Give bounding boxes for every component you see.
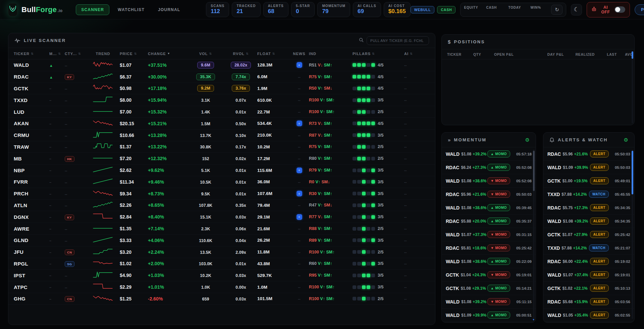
chevrons-icon: » (448, 137, 450, 143)
alert-row-wald[interactable]: WALD$1.07+37.4%ALERT05:19:01 (543, 268, 634, 282)
refresh-button[interactable]: ↻ (551, 5, 562, 15)
alert-row-gctk[interactable]: GCTK$1.00+19.5%ALERT05:49:01 (543, 174, 634, 188)
nav-tab-journal[interactable]: JOURNAL (153, 5, 185, 15)
table-row-traw[interactable]: TRAW–--$1.37+13.22%30.8K0.17x10.2M--R75 … (8, 141, 435, 153)
premarket-button[interactable]: PREMARKET (635, 4, 644, 15)
momentum-row-wald[interactable]: WALD$1.08+38.6%▲ MOMO05:39:45 (442, 201, 536, 215)
table-row-rpgl[interactable]: RPGL–SG$1.02+2.00%103.0K0.01x43.8M--R60 … (8, 258, 435, 270)
positions-column-avg[interactable]: AVG (617, 52, 633, 56)
ai-toggle-switch[interactable] (614, 6, 625, 13)
alert-row-rdac[interactable]: RDAC$5.75+17.3%ALERT05:34:35 (543, 201, 634, 215)
momentum-row-wald[interactable]: WALD$1.07+37.3%▼ MOMO05:31:15 (442, 228, 536, 241)
account-field-equity: EQUITY (464, 6, 481, 13)
momentum-row-wald[interactable]: WALD$1.08+39.2%▲ MOMO05:57:18 (442, 147, 536, 161)
momentum-row-rdac[interactable]: RDAC$5.81+18.6%▼ MOMO05:25:42 (442, 241, 536, 255)
column-header-cty[interactable]: CTY...⇅ (65, 52, 86, 56)
stat-label: AI CALLS (358, 4, 376, 8)
table-row-nbp[interactable]: NBP–--$2.62+9.62%5.1K0.01x115.6M≡R79 V↑ … (8, 164, 435, 176)
column-label: FLOAT (257, 52, 271, 56)
theme-toggle-button[interactable]: ☾ (571, 4, 582, 15)
alert-row-gctk[interactable]: GCTK$1.07+27.9%ALERT05:25:42 (543, 228, 634, 241)
alert-row-gctk[interactable]: GCTK$1.02+22.1%ALERT05:10:13 (543, 282, 634, 295)
alert-row-rdac[interactable]: RDAC$6.00+22.4%ALERT05:19:02 (543, 255, 634, 268)
column-header-ai[interactable]: AI⇅ (404, 52, 418, 56)
table-row-gctk[interactable]: GCTK–--$0.98+17.18%9.2M3.76x1.9M--R50 V↑… (8, 83, 435, 95)
indicators-cell: R95 V↑ SM↑ (309, 273, 353, 278)
column-header-rvol[interactable]: RVOL⇅ (224, 52, 257, 56)
price-value: $10.66 (120, 133, 148, 138)
alert-row-wald[interactable]: WALD$1.09+39.9%ALERT05:50:03 (543, 161, 634, 174)
rvol-value: 7.74x (232, 74, 250, 80)
alerts-scrollbar[interactable] (632, 149, 633, 319)
momentum-row-rdac[interactable]: RDAC$5.96+21.6%▼ MOMO05:50:03 (442, 188, 536, 201)
momentum-scrollbar[interactable] (533, 149, 535, 319)
column-header-vol[interactable]: VOL⇅ (187, 52, 224, 56)
momentum-row-wald[interactable]: WALD$1.08+38.6%▲ MOMO05:22:09 (442, 255, 536, 268)
column-header-change[interactable]: CHANGE▼ (148, 52, 187, 56)
news-icon[interactable]: ≡ (297, 214, 302, 220)
momentum-row-rdac[interactable]: RDAC$5.88+20.0%▲ MOMO05:35:37 (442, 215, 536, 228)
positions-column-qty[interactable]: QTY (473, 52, 494, 56)
alert-row-rdac[interactable]: RDAC$5.96+21.6%ALERT05:50:03 (543, 147, 634, 161)
column-header-ticker[interactable]: TICKER⇅ (14, 52, 49, 56)
news-cell: -- (289, 285, 309, 289)
table-row-ipst[interactable]: IPST–--$4.90+1.03%10.2K0.03x529.7K--R95 … (8, 270, 435, 281)
table-row-rdac[interactable]: RDAC▲KY$6.37+30.00%35.3K7.74x6.0M--R75 V… (8, 71, 435, 83)
table-row-awre[interactable]: AWRE–--$1.35+7.14%2.3K0.06x21.6M--R88 V↑… (8, 223, 435, 235)
column-header-price[interactable]: PRICE⇅ (120, 52, 148, 56)
momentum-row-wald[interactable]: WALD$1.09+39.9%▲ MOMO05:00:51 (442, 309, 536, 322)
positions-column-day-p-l[interactable]: DAY P&L (533, 52, 564, 56)
pillars-score: 3/5 (378, 273, 383, 278)
momentum-row-gctk[interactable]: GCTK$1.04+24.3%▼ MOMO05:19:01 (442, 268, 536, 282)
alert-row-rdac[interactable]: RDAC$5.68+15.9%ALERT05:03:56 (543, 295, 634, 309)
smart-money-indicator: SM↓ (324, 203, 332, 207)
table-row-atln[interactable]: ATLN–--$2.26+8.65%107.8K0.35x79.4M--R47 … (8, 200, 435, 211)
table-row-lud[interactable]: LUD–--$7.00+15.32%1.4K0.01x22.7M--R100 V… (8, 106, 435, 118)
table-row-wald[interactable]: WALD▲--$1.07+37.51%9.6M28.02x128.3M≡R51 … (8, 59, 435, 71)
empty-dash: -- (298, 250, 300, 254)
table-row-prch[interactable]: PRCH–--$9.34+8.73%9.5K0.01x107.6M≡R30 V↑… (8, 188, 435, 200)
momentum-row-gctk[interactable]: GCTK$1.08+29.1%▲ MOMO05:14:21 (442, 282, 536, 295)
news-icon[interactable]: ≡ (297, 121, 302, 126)
alert-row-txxd[interactable]: TXXD$7.88+14.2%WATCH05:21:07 (543, 241, 634, 255)
table-row-atpc[interactable]: ATPC–--$2.29+1.01%1.0K0.00x1.0M--R100 V↑… (8, 281, 435, 293)
volume-value: 35.3K (196, 74, 215, 80)
alert-row-wald[interactable]: WALD$1.08+39.2%ALERT05:34:35 (543, 215, 634, 228)
momentum-row-rdac[interactable]: RDAC$6.24+27.3%▲ MOMO05:52:08 (442, 161, 536, 174)
alert-row-wald[interactable]: WALD$1.05+35.4%ALERT05:02:55 (543, 309, 634, 322)
ticker-search-input[interactable] (367, 36, 429, 45)
table-row-jfu[interactable]: JFU–CN$3.20+2.24%13.5K2.09x11.8M--R100 V… (8, 246, 435, 258)
table-row-fvrr[interactable]: FVRR–--$11.34+9.46%10.5K0.01x36.0M--R0 V… (8, 176, 435, 188)
column-header-pillars[interactable]: PILLARS⇅ (353, 52, 404, 56)
indicators-cell: R100 V↑ SM↑ (309, 98, 353, 102)
table-row-akan[interactable]: AKAN–--$20.15+15.21%1.5M0.50x534.4K≡R73 … (8, 118, 435, 130)
change-percent: +37.51% (148, 62, 187, 68)
positions-column-last[interactable]: LAST (595, 52, 617, 56)
news-icon[interactable]: ≡ (297, 62, 302, 68)
column-header-m[interactable]: M...⇅ (49, 52, 65, 56)
positions-column-open-p-l[interactable]: OPEN P&L (494, 52, 533, 56)
nav-tab-scanner[interactable]: SCANNER (76, 4, 109, 15)
trend-cell (86, 294, 120, 303)
news-icon[interactable]: ≡ (297, 191, 302, 196)
news-icon[interactable]: ≡ (297, 168, 302, 173)
positions-column-realized[interactable]: REALIZED (564, 52, 595, 56)
momentum-row-wald[interactable]: WALD$1.08+38.6%▼ MOMO05:52:08 (442, 174, 536, 188)
table-row-txxd[interactable]: TXXD–--$8.00+15.94%3.1K0.07x610.0K--R100… (8, 94, 435, 106)
momentum-row-wald[interactable]: WALD$1.08+39.2%▼ MOMO05:11:15 (442, 295, 536, 309)
table-row-glnd[interactable]: GLND–--$3.33+4.06%110.6K0.04x26.2M--R89 … (8, 235, 435, 246)
bullforge-logo[interactable] (8, 3, 17, 16)
rvol-value: 3.76x (232, 85, 250, 92)
table-row-dgnx[interactable]: DGNX–KY$2.84+8.40%15.1K0.03x29.1M≡R77 V↓… (8, 211, 435, 223)
table-row-crmu[interactable]: CRMU–--$10.66+13.28%13.7K0.10x210.0K--R8… (8, 130, 435, 141)
column-header-float[interactable]: FLOAT⇅ (257, 52, 289, 56)
positions-column-ticker[interactable]: TICKER (447, 52, 473, 56)
alert-row-txxd[interactable]: TXXD$7.88+14.2%WATCH05:45:55 (543, 188, 634, 201)
positions-scrollbar[interactable] (632, 51, 633, 124)
ai-toggle-button[interactable]: AI OFF (587, 2, 630, 17)
table-row-ghg[interactable]: GHG–CN$1.25-2.60%6590.03x101.5M--R100 V↑… (8, 293, 435, 305)
nav-tab-watchlist[interactable]: WATCHLIST (113, 5, 150, 15)
momentum-settings-gear-icon[interactable]: ⚙ (525, 137, 530, 143)
table-row-mb[interactable]: MB–HK$7.20+12.32%1520.02x17.2M--R80 V↑ S… (8, 153, 435, 164)
alerts-settings-gear-icon[interactable]: ⚙ (624, 137, 628, 143)
